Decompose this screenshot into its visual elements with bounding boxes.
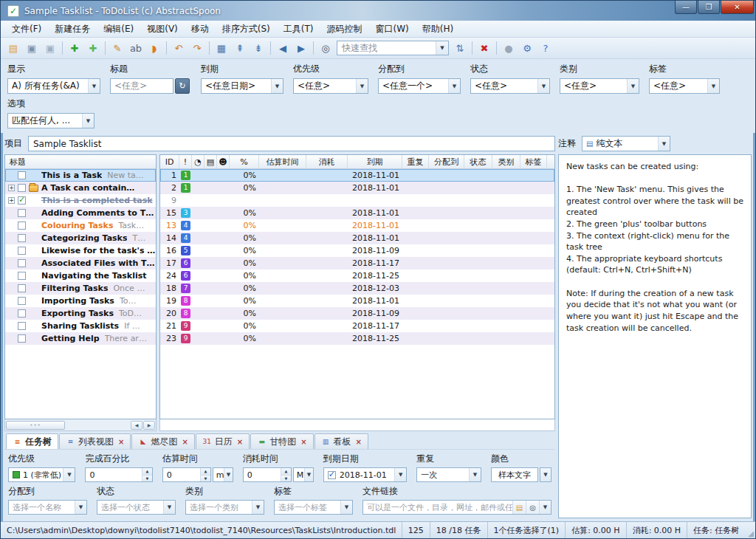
menu-window[interactable]: 窗口(W) bbox=[368, 21, 415, 38]
view-file-icon[interactable]: ◎ bbox=[526, 501, 539, 514]
redo-icon[interactable]: ↷ bbox=[188, 40, 206, 56]
filter-tag-select[interactable]: <任意> ▼ bbox=[649, 78, 720, 94]
minimize-button[interactable]: — bbox=[675, 1, 697, 14]
chevron-down-icon[interactable]: ▼ bbox=[448, 79, 460, 93]
tab-close-icon[interactable]: × bbox=[182, 438, 188, 446]
filter-options-select[interactable]: 匹配任何人, ... ▼ bbox=[7, 113, 94, 128]
due-date-checkbox[interactable] bbox=[328, 471, 336, 479]
task-row[interactable]: 2 1 0% 2018-11-01 bbox=[160, 182, 554, 194]
task-checkbox[interactable] bbox=[18, 184, 26, 192]
task-row[interactable]: 23 9 0% 2018-11-25 bbox=[160, 332, 554, 345]
task-checkbox[interactable] bbox=[18, 322, 26, 330]
filter-display-select[interactable]: A) 所有任务(&A) ▼ bbox=[7, 78, 100, 94]
col-estimate[interactable]: 估算时间 bbox=[259, 155, 306, 168]
filter-title-input[interactable]: <任意> bbox=[110, 78, 173, 94]
task-row[interactable]: 1 1 0% 2018-11-01 bbox=[160, 169, 554, 182]
menu-new-task[interactable]: 新建任务 bbox=[48, 21, 97, 38]
tab-close-icon[interactable]: × bbox=[300, 438, 306, 446]
tab-kanban[interactable]: ▥ 看板 × bbox=[315, 433, 368, 449]
chevron-down-icon[interactable]: ▼ bbox=[707, 79, 719, 93]
status-select[interactable]: 选择一个状态 ▼ bbox=[97, 500, 176, 515]
color-dropdown-button[interactable]: ▼ bbox=[540, 467, 551, 482]
allocto-select[interactable]: 选择一个名称 ▼ bbox=[8, 500, 87, 515]
task-checkbox[interactable] bbox=[18, 309, 26, 317]
tab-list-view[interactable]: ≡ 列表视图 × bbox=[59, 433, 131, 449]
col-priority[interactable]: ! bbox=[179, 155, 192, 168]
col-folder-icon[interactable]: ▤ bbox=[205, 155, 217, 168]
filter-icon[interactable]: ⇅ bbox=[451, 40, 469, 56]
comments-format-select[interactable]: ▤ 纯文本 ▼ bbox=[582, 136, 670, 151]
menu-view[interactable]: 视图(V) bbox=[140, 21, 185, 38]
col-percent[interactable]: % bbox=[230, 155, 259, 168]
next-task-icon[interactable]: ▶ bbox=[292, 40, 310, 56]
col-id[interactable]: ID bbox=[160, 155, 179, 168]
prev-task-icon[interactable]: ◀ bbox=[274, 40, 292, 56]
move-down-icon[interactable]: ⇟ bbox=[250, 40, 267, 56]
tree-task-row[interactable]: This is a Task New ta… bbox=[5, 169, 156, 182]
recurrence-select[interactable]: 一次 ▼ bbox=[416, 467, 481, 482]
set-date-icon[interactable]: ▦ bbox=[213, 40, 230, 56]
title-bar[interactable]: ✓ Sample Tasklist - ToDoList (c) Abstrac… bbox=[1, 1, 755, 21]
priority-select[interactable]: 1 (非常低) ▼ bbox=[8, 467, 75, 482]
filter-priority-select[interactable]: <任意> ▼ bbox=[293, 78, 368, 94]
task-checkbox[interactable] bbox=[18, 297, 26, 305]
chevron-down-icon[interactable]: ▼ bbox=[82, 114, 94, 128]
color-sample-button[interactable]: 样本文字 bbox=[491, 467, 538, 482]
menu-source-control[interactable]: 源码控制 bbox=[320, 21, 368, 38]
spent-input[interactable]: 0 ▲▼ bbox=[243, 467, 292, 482]
col-status[interactable]: 状态 bbox=[464, 155, 492, 168]
project-input[interactable]: Sample Tasklist bbox=[28, 136, 555, 151]
new-subtask-icon[interactable]: ✚ bbox=[84, 40, 102, 56]
tag-select[interactable]: 选择一个标签 ▼ bbox=[274, 500, 353, 515]
chevron-down-icon[interactable]: ▼ bbox=[224, 468, 233, 481]
set-color-icon[interactable]: ◗ bbox=[145, 40, 163, 56]
menu-move[interactable]: 移动 bbox=[185, 21, 216, 38]
chevron-down-icon[interactable]: ▼ bbox=[436, 41, 448, 55]
scroll-right-icon[interactable]: ▶ bbox=[143, 421, 155, 430]
col-recurrence[interactable]: 重复 bbox=[402, 155, 429, 168]
task-row[interactable]: 14 4 0% 2018-11-01 bbox=[160, 232, 554, 244]
tree-task-row[interactable]: Filtering Tasks Once … bbox=[5, 282, 156, 295]
tree-task-row[interactable]: Categorizing Tasks T… bbox=[5, 232, 156, 244]
find-tasks-icon[interactable]: ◎ bbox=[317, 40, 334, 56]
tree-task-row[interactable]: Exporting Tasks ToD… bbox=[5, 307, 156, 320]
col-category[interactable]: 类别 bbox=[492, 155, 520, 168]
estimate-unit-select[interactable]: m ▼ bbox=[213, 467, 233, 482]
col-allocto[interactable]: 分配到 bbox=[429, 155, 464, 168]
task-row[interactable]: 21 9 0% 2018-11-17 bbox=[160, 320, 554, 332]
chevron-down-icon[interactable]: ▼ bbox=[539, 501, 551, 514]
tree-hscrollbar[interactable]: ••• ◀ ▶ bbox=[4, 419, 157, 431]
lock-icon[interactable]: ● bbox=[500, 40, 518, 56]
menu-edit[interactable]: 编辑(E) bbox=[97, 21, 140, 38]
browse-folder-icon[interactable]: ▤ bbox=[512, 501, 526, 514]
move-up-icon[interactable]: ⇞ bbox=[231, 40, 249, 56]
tree-column-header-title[interactable]: 标题 bbox=[5, 155, 156, 169]
refresh-icon[interactable]: ↻ bbox=[175, 78, 190, 94]
menu-help[interactable]: 帮助(H) bbox=[416, 21, 460, 38]
estimate-input[interactable]: 0 ▲▼ bbox=[162, 467, 211, 482]
rename-task-icon[interactable]: ab bbox=[127, 40, 145, 56]
tree-task-row[interactable]: + A Task can contain… bbox=[5, 182, 156, 194]
quick-find-combobox[interactable]: 快速查找 ▼ bbox=[337, 41, 449, 55]
tree-task-row[interactable]: Importing Tasks To… bbox=[5, 295, 156, 307]
task-checkbox[interactable] bbox=[18, 259, 26, 267]
scroll-left-icon[interactable]: ◀ bbox=[131, 421, 142, 430]
col-spent[interactable]: 消耗 bbox=[306, 155, 348, 168]
task-checkbox[interactable] bbox=[18, 222, 26, 230]
tree-task-row[interactable]: Associated Files with T… bbox=[5, 257, 156, 270]
chevron-down-icon[interactable]: ▼ bbox=[271, 79, 283, 93]
task-checkbox[interactable] bbox=[18, 171, 26, 179]
col-clock-icon[interactable]: ◔ bbox=[192, 155, 205, 168]
tab-close-icon[interactable]: × bbox=[237, 438, 243, 446]
tree-task-row[interactable]: + This is a completed task bbox=[5, 194, 156, 207]
chevron-down-icon[interactable]: ▼ bbox=[163, 501, 175, 514]
filelink-input[interactable]: 可以是一个文件，目录，网址，邮件或任务等 ▤ ◎ ▼ bbox=[362, 500, 551, 515]
chevron-down-icon[interactable]: ▼ bbox=[304, 468, 313, 481]
preferences-icon[interactable]: ⚙ bbox=[518, 40, 536, 56]
delete-task-icon[interactable]: ✖ bbox=[475, 40, 493, 56]
menu-sort[interactable]: 排序方式(S) bbox=[216, 21, 277, 38]
task-checkbox[interactable] bbox=[18, 334, 26, 343]
due-date-picker[interactable]: 2018-11-01 ▼ bbox=[323, 467, 407, 482]
task-checkbox[interactable] bbox=[18, 284, 26, 292]
tab-burndown[interactable]: ◣ 燃尽图 × bbox=[131, 433, 194, 449]
